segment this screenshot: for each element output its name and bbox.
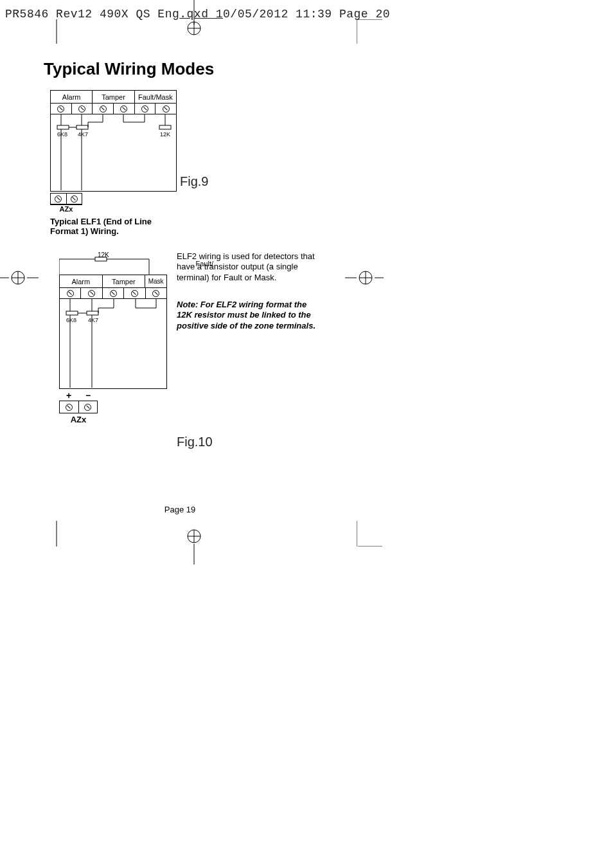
note-paragraph: Note: For ELF2 wiring format the 12K res… xyxy=(177,300,323,331)
res-12k: 12K xyxy=(160,131,170,138)
terminal-icon xyxy=(84,404,91,411)
res-6k8: 6K8 xyxy=(57,131,67,138)
wiring-diagram-icon xyxy=(51,114,176,192)
hdr-a: PR5846 Rev12 490X QS Eng xyxy=(5,8,179,21)
terminal-icon xyxy=(55,195,62,203)
fig2-lbl-tamper: Tamper xyxy=(103,275,146,287)
res-4k7: 4K7 xyxy=(78,131,88,138)
page-number: Page 19 xyxy=(0,505,360,514)
terminal-icon xyxy=(120,105,127,113)
fig2-lbl-alarm: Alarm xyxy=(60,275,103,287)
terminal-icon xyxy=(141,105,148,113)
azx-label: AZx xyxy=(50,204,82,213)
svg-rect-31 xyxy=(87,311,98,315)
page-title: Typical Wiring Modes xyxy=(44,59,214,79)
fig10-label: Fig.10 xyxy=(177,435,213,449)
terminal-icon xyxy=(57,105,64,113)
fig1-lbl-tamper: Tamper xyxy=(93,91,134,103)
svg-rect-11 xyxy=(76,125,88,129)
reg-mark-left xyxy=(0,268,39,290)
crop-mark-bl xyxy=(32,521,58,549)
terminal-icon xyxy=(152,290,159,297)
hdr-c: 0/05/2012 11:39 Page 20 xyxy=(223,8,390,21)
plus-sign: + xyxy=(59,390,78,401)
minus-sign: − xyxy=(78,390,98,401)
svg-rect-30 xyxy=(66,311,78,315)
crop-mark-br xyxy=(357,521,382,549)
fig2-lbl-fault-b: Mask xyxy=(145,275,166,287)
figure-elf1: Alarm Tamper Fault/Mask xyxy=(50,90,177,236)
fig1-lbl-alarm: Alarm xyxy=(51,91,93,103)
terminal-icon xyxy=(66,404,73,411)
svg-rect-25 xyxy=(95,257,107,261)
svg-rect-10 xyxy=(57,125,69,129)
terminal-icon xyxy=(131,290,138,297)
res-4k7-b: 4K7 xyxy=(88,317,98,323)
fold-mark-bottom-icon xyxy=(184,527,204,567)
fold-mark-icon xyxy=(184,0,204,37)
fig1-lbl-fault: Fault/Mask xyxy=(135,91,176,103)
crop-mark-tl xyxy=(32,19,58,48)
crop-mark-tr xyxy=(357,19,382,48)
azx-label-b: AZx xyxy=(59,415,98,424)
res-6k8-b: 6K8 xyxy=(66,317,76,323)
terminal-icon xyxy=(71,195,78,203)
fig9-label: Fig.9 xyxy=(180,174,208,189)
wiring-diagram-icon xyxy=(60,299,168,389)
terminal-icon xyxy=(78,105,85,113)
terminal-icon xyxy=(110,290,117,297)
terminal-icon xyxy=(88,290,95,297)
terminal-icon xyxy=(67,290,74,297)
body-paragraph: ELF2 wiring is used for detectors that h… xyxy=(177,251,323,283)
fig1-caption: Typical ELF1 (End of Line Format 1) Wiri… xyxy=(50,217,177,236)
svg-rect-20 xyxy=(159,125,171,129)
terminal-icon xyxy=(100,105,107,113)
reg-mark-right xyxy=(345,268,384,290)
terminal-icon xyxy=(163,105,170,113)
